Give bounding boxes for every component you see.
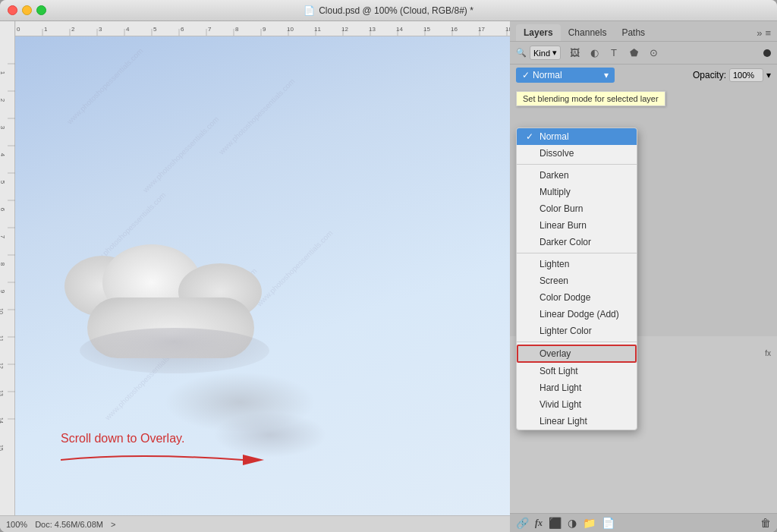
- tab-layers[interactable]: Layers: [516, 24, 561, 41]
- svg-text:9: 9: [263, 26, 266, 33]
- blend-option-color-dodge[interactable]: Color Dodge: [517, 289, 637, 306]
- add-fx-button[interactable]: fx: [535, 518, 543, 529]
- svg-text:10: 10: [287, 26, 294, 33]
- create-group-button[interactable]: 📁: [583, 517, 596, 529]
- blend-option-color-burn[interactable]: Color Burn: [517, 200, 637, 217]
- blend-option-linear-burn[interactable]: Linear Burn: [517, 217, 637, 234]
- svg-text:14: 14: [396, 26, 403, 33]
- opacity-row: Opacity: ▾: [693, 68, 771, 82]
- svg-text:9: 9: [0, 290, 6, 294]
- canvas-content: www.photoshopessentials.com www.photosho…: [15, 36, 510, 532]
- blend-mode-dropdown[interactable]: ✓ Normal ▾: [516, 68, 615, 83]
- separator-2: [517, 253, 637, 253]
- main-area: // Rendered inline using loop-like appro…: [0, 21, 777, 532]
- maximize-button[interactable]: [36, 5, 46, 15]
- doc-size: Doc: 4.56M/6.08M: [35, 520, 103, 529]
- blend-option-dissolve[interactable]: Dissolve: [517, 145, 637, 162]
- delete-layer-button[interactable]: 🗑: [760, 517, 771, 529]
- blend-option-screen[interactable]: Screen: [517, 272, 637, 289]
- opacity-label: Opacity:: [693, 70, 726, 80]
- svg-text:10: 10: [0, 308, 4, 314]
- blend-option-darken[interactable]: Darken: [517, 167, 637, 184]
- annotation-arrow: [61, 449, 273, 471]
- filter-toggle-dot[interactable]: [763, 49, 771, 57]
- window-title: 📄 Cloud.psd @ 100% (Cloud, RGB/8#) *: [304, 5, 473, 16]
- panel-tab-icons: » ≡: [757, 27, 771, 39]
- panel-bottom-toolbar: 🔗 fx ⬛ ◑ 📁 📄 🗑: [510, 513, 777, 532]
- filter-row: 🔍 Kind ▾ 🖼 ◐ T ⬟ ⊙: [510, 42, 777, 65]
- svg-text:13: 13: [369, 26, 376, 33]
- svg-text:8: 8: [0, 263, 6, 266]
- filter-type-icon[interactable]: T: [606, 47, 621, 58]
- separator-3: [517, 342, 637, 342]
- blend-option-darker-color[interactable]: Darker Color: [517, 234, 637, 250]
- layer-fx-ow[interactable]: fx: [765, 349, 771, 357]
- svg-text:0: 0: [17, 26, 20, 33]
- svg-text:2: 2: [0, 99, 6, 102]
- panel-expand-icon[interactable]: »: [757, 27, 762, 39]
- blend-mode-row: ✓ Normal ▾ Opacity: ▾ Set blending mode …: [510, 65, 777, 86]
- panel-content: 🔍 Kind ▾ 🖼 ◐ T ⬟ ⊙: [510, 42, 777, 513]
- svg-text:7: 7: [0, 235, 6, 239]
- svg-text:2: 2: [71, 26, 75, 33]
- close-button[interactable]: [8, 5, 17, 15]
- blend-option-lighten[interactable]: Lighten: [517, 256, 637, 272]
- svg-text:3: 3: [99, 26, 102, 33]
- filter-image-icon[interactable]: 🖼: [567, 47, 582, 58]
- cloud-illustration: [64, 260, 277, 358]
- svg-text:18: 18: [505, 26, 510, 33]
- blend-option-soft-light[interactable]: Soft Light: [517, 363, 637, 379]
- svg-text:5: 5: [0, 181, 6, 184]
- filter-magnifier-icon: 🔍: [516, 48, 527, 58]
- blend-mode-menu: ✓ Normal Dissolve Darken: [516, 127, 637, 430]
- zoom-level: 100%: [6, 520, 27, 529]
- canvas-area: // Rendered inline using loop-like appro…: [0, 21, 510, 532]
- mac-window: 📄 Cloud.psd @ 100% (Cloud, RGB/8#) *: [0, 0, 777, 532]
- svg-text:8: 8: [235, 26, 239, 33]
- blend-option-vivid-light[interactable]: Vivid Light: [517, 396, 637, 413]
- filter-type-icons: 🖼 ◐ T ⬟ ⊙: [567, 47, 661, 58]
- svg-text:15: 15: [423, 26, 430, 33]
- svg-text:4: 4: [126, 26, 130, 33]
- tab-paths[interactable]: Paths: [614, 24, 653, 41]
- separator-1: [517, 164, 637, 165]
- opacity-input[interactable]: [729, 68, 763, 82]
- link-layers-button[interactable]: 🔗: [516, 517, 529, 529]
- svg-text:4: 4: [0, 153, 6, 157]
- svg-text:16: 16: [451, 26, 458, 33]
- svg-text:6: 6: [181, 26, 184, 33]
- annotation: Scroll down to Overlay.: [61, 432, 273, 471]
- filter-shape-icon[interactable]: ⬟: [626, 47, 641, 58]
- blend-option-hard-light[interactable]: Hard Light: [517, 379, 637, 396]
- blend-chevron: ▾: [604, 70, 609, 80]
- status-bar: 100% Doc: 4.56M/6.08M >: [0, 515, 510, 532]
- blend-option-linear-light[interactable]: Linear Light: [517, 413, 637, 430]
- blend-option-linear-dodge[interactable]: Linear Dodge (Add): [517, 306, 637, 323]
- ruler-top: // Rendered inline using loop-like appro…: [0, 21, 510, 36]
- panel-tabs: Layers Channels Paths » ≡: [510, 21, 777, 42]
- add-adjustment-button[interactable]: ◑: [568, 517, 577, 529]
- ruler-left: 1 2 3 4 5 6 7 8: [0, 21, 15, 532]
- doc-arrow[interactable]: >: [111, 520, 115, 529]
- filter-smart-icon[interactable]: ⊙: [646, 47, 661, 58]
- svg-text:12: 12: [341, 26, 348, 33]
- svg-text:1: 1: [44, 26, 48, 33]
- filter-adjustment-icon[interactable]: ◐: [587, 47, 602, 58]
- create-layer-button[interactable]: 📄: [602, 517, 615, 529]
- canvas-image: www.photoshopessentials.com www.photosho…: [15, 36, 510, 532]
- panel-menu-icon[interactable]: ≡: [765, 27, 771, 39]
- annotation-text: Scroll down to Overlay.: [61, 432, 184, 445]
- blend-option-lighter-color[interactable]: Lighter Color: [517, 323, 637, 339]
- blend-option-overlay[interactable]: Overlay: [517, 345, 637, 363]
- blend-tooltip: Set blending mode for selected layer: [516, 91, 665, 106]
- svg-text:7: 7: [208, 26, 212, 33]
- checkmark-indicator: ✓: [522, 70, 530, 80]
- add-mask-button[interactable]: ⬛: [549, 517, 562, 529]
- blend-option-normal[interactable]: ✓ Normal: [517, 128, 637, 145]
- minimize-button[interactable]: [22, 5, 32, 15]
- svg-text:13: 13: [0, 390, 4, 396]
- filter-kind-dropdown[interactable]: Kind ▾: [530, 46, 561, 60]
- tab-channels[interactable]: Channels: [561, 24, 615, 41]
- blend-option-multiply[interactable]: Multiply: [517, 184, 637, 200]
- opacity-dropdown-icon[interactable]: ▾: [766, 70, 771, 80]
